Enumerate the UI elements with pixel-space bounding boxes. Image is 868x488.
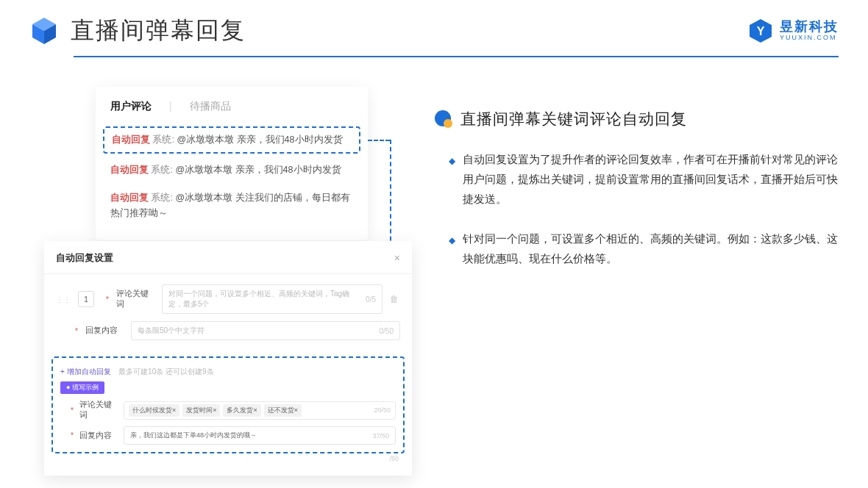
input-value: 亲，我们这边都是下单48小时内发货的哦～	[130, 431, 257, 440]
brand: Y 昱新科技 YUUXIN.COM	[747, 18, 839, 44]
keyword-input[interactable]: 对同一个问题，可设置多个相近、高频的关键词，Tag确定，最多5个 0/5	[162, 284, 383, 314]
comment-text: @冰墩墩本墩 亲亲，我们48小时内发货	[175, 165, 341, 175]
settings-header: 自动回复设置 ×	[44, 251, 412, 274]
auto-reply-tag: 自动回复	[110, 165, 149, 175]
outer-count: /50	[44, 453, 412, 462]
connector-line	[368, 140, 390, 141]
close-icon[interactable]: ×	[394, 252, 400, 264]
brand-hex-icon: Y	[747, 18, 774, 44]
comment-row: 自动回复 系统: @冰墩墩本墩 关注我们的店铺，每日都有热门推荐呦～	[96, 184, 368, 228]
comment-text: @冰墩墩本墩 亲亲，我们48小时内发货	[177, 134, 342, 145]
settings-row-1: ⋮⋮ 1 * 评论关键词 对同一个问题，可设置多个相近、高频的关键词，Tag确定…	[44, 274, 412, 352]
tabs: 用户评论 | 待播商品	[96, 100, 368, 123]
keyword-chip[interactable]: 多久发货×	[223, 404, 260, 417]
required-star: *	[106, 295, 109, 304]
bullet-row: ◆ 针对同一个问题，可设置多个相近的、高频的关键词。例如：这款多少钱、这块能优惠…	[434, 229, 839, 269]
left-column: 用户评论 | 待播商品 自动回复 系统: @冰墩墩本墩 亲亲，我们48小时内发货…	[44, 87, 412, 290]
index-box: 1	[78, 291, 94, 307]
input-placeholder: 每条限50个中文字符	[138, 326, 204, 336]
required-star: *	[71, 431, 74, 439]
brand-name: 昱新科技	[780, 20, 839, 35]
content: 用户评论 | 待播商品 自动回复 系统: @冰墩墩本墩 亲亲，我们48小时内发货…	[0, 57, 868, 290]
comments-card: 用户评论 | 待播商品 自动回复 系统: @冰墩墩本墩 亲亲，我们48小时内发货…	[96, 87, 368, 240]
field-label: 评论关键词	[116, 289, 154, 309]
example-keyword-row: * 评论关键词 什么时候发货× 发货时间× 多久发货× 还不发货× 20/50	[60, 400, 396, 420]
brand-text: 昱新科技 YUUXIN.COM	[780, 20, 839, 42]
svg-text:Y: Y	[757, 25, 765, 37]
add-hint: 最多可建10条 还可以创建9条	[118, 367, 213, 376]
tab-pending-goods[interactable]: 待播商品	[190, 100, 231, 113]
required-star: *	[75, 327, 78, 335]
reply-input[interactable]: 每条限50个中文字符 0/50	[131, 321, 400, 340]
bullet-text: 针对同一个问题，可设置多个相近的、高频的关键词。例如：这款多少钱、这块能优惠吗、…	[463, 229, 839, 269]
system-tag: 系统:	[152, 134, 174, 145]
char-count: 20/50	[374, 406, 391, 414]
tab-user-comments[interactable]: 用户评论	[110, 100, 152, 113]
keyword-field-row: ⋮⋮ 1 * 评论关键词 对同一个问题，可设置多个相近、高频的关键词，Tag确定…	[56, 284, 400, 314]
tab-divider: |	[169, 100, 172, 113]
add-row: + 增加自动回复 最多可建10条 还可以创建9条	[60, 364, 396, 377]
keyword-chip[interactable]: 什么时候发货×	[129, 404, 179, 417]
header: 直播间弹幕回复 Y 昱新科技 YUUXIN.COM	[0, 0, 868, 47]
diamond-bullet-icon: ◆	[449, 153, 455, 209]
right-column: 直播间弹幕关键词评论自动回复 ◆ 自动回复设置为了提升作者的评论回复效率，作者可…	[434, 87, 839, 290]
blob-icon	[434, 110, 453, 129]
field-label: 评论关键词	[79, 400, 118, 420]
bullet-row: ◆ 自动回复设置为了提升作者的评论回复效率，作者可在开播前针对常见的评论用户问题…	[434, 150, 839, 209]
example-block: + 增加自动回复 最多可建10条 还可以创建9条 ● 填写示例 * 评论关键词 …	[51, 356, 405, 453]
input-placeholder: 对同一个问题，可设置多个相近、高频的关键词，Tag确定，最多5个	[168, 289, 361, 309]
comment-row-highlighted: 自动回复 系统: @冰墩墩本墩 亲亲，我们48小时内发货	[103, 126, 360, 154]
chip-input[interactable]: 什么时候发货× 发货时间× 多久发货× 还不发货× 20/50	[124, 401, 396, 420]
page-title: 直播间弹幕回复	[71, 15, 246, 47]
cube-icon	[29, 16, 59, 46]
drag-handle-icon[interactable]: ⋮⋮	[56, 295, 71, 304]
header-left: 直播间弹幕回复	[29, 15, 246, 47]
field-label: 回复内容	[85, 326, 124, 336]
diamond-bullet-icon: ◆	[449, 232, 455, 269]
example-tag: ● 填写示例	[60, 381, 104, 394]
keyword-chip[interactable]: 发货时间×	[182, 404, 220, 417]
trash-icon[interactable]: 🗑	[390, 294, 400, 304]
example-reply-input[interactable]: 亲，我们这边都是下单48小时内发货的哦～ 37/50	[124, 426, 396, 445]
system-tag: 系统:	[151, 193, 172, 203]
section-title: 直播间弹幕关键词评论自动回复	[460, 109, 687, 129]
comment-row: 自动回复 系统: @冰墩墩本墩 亲亲，我们48小时内发货	[96, 157, 368, 184]
auto-reply-settings-card: 自动回复设置 × ⋮⋮ 1 * 评论关键词 对同一个问题，可设置多个相近、高频的…	[44, 241, 412, 476]
settings-title: 自动回复设置	[56, 251, 113, 265]
required-star: *	[71, 406, 74, 415]
brand-url: YUUXIN.COM	[780, 35, 839, 42]
char-count: 0/50	[380, 327, 394, 335]
reply-field-row: * 回复内容 每条限50个中文字符 0/50	[56, 321, 400, 340]
auto-reply-tag: 自动回复	[112, 134, 150, 145]
add-auto-reply-link[interactable]: + 增加自动回复	[60, 367, 111, 376]
svg-point-6	[444, 119, 452, 128]
chip-wrap: 什么时候发货× 发货时间× 多久发货× 还不发货×	[129, 404, 302, 417]
field-label: 回复内容	[79, 431, 118, 441]
system-tag: 系统:	[151, 165, 172, 175]
bullet-text: 自动回复设置为了提升作者的评论回复效率，作者可在开播前针对常见的评论用户问题，提…	[463, 150, 839, 209]
char-count: 37/50	[372, 432, 389, 439]
example-reply-row: * 回复内容 亲，我们这边都是下单48小时内发货的哦～ 37/50	[60, 426, 396, 445]
section-head: 直播间弹幕关键词评论自动回复	[434, 109, 839, 129]
keyword-chip[interactable]: 还不发货×	[264, 404, 302, 417]
char-count: 0/5	[366, 295, 376, 304]
auto-reply-tag: 自动回复	[110, 193, 149, 203]
